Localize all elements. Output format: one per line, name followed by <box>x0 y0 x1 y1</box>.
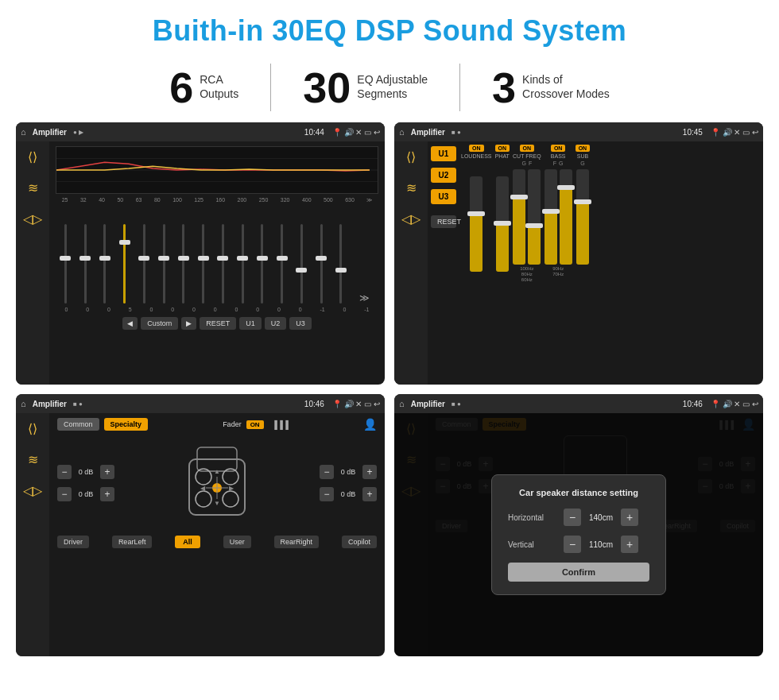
horizontal-plus-button[interactable]: + <box>621 509 638 526</box>
eq-values-row: 00050 00000 00-10-1 <box>56 307 378 312</box>
u2-select-button[interactable]: U2 <box>431 168 456 183</box>
screen2-time: 10:45 <box>683 128 703 137</box>
eq-graph <box>56 146 378 194</box>
eq-slider-11[interactable] <box>281 224 283 304</box>
rl-db-value: 0 dB <box>75 490 97 498</box>
user-button[interactable]: User <box>223 536 251 548</box>
rl-minus-button[interactable]: − <box>57 487 72 501</box>
eq-slider-1[interactable] <box>84 224 87 304</box>
rearright-button[interactable]: RearRight <box>274 536 320 548</box>
crossover-reset-button[interactable]: RESET <box>431 215 456 228</box>
fader-slider-visual[interactable]: ▐▐▐ <box>272 420 289 429</box>
stat-eq-number: 30 <box>303 66 351 109</box>
eq-slider-12[interactable] <box>300 224 303 304</box>
screen1-dots: ● ▶ <box>73 129 83 136</box>
u1-select-button[interactable]: U1 <box>431 146 456 161</box>
screen3-topbar: ⌂ Amplifier ■ ● 10:46 📍 🔊 ✕ ▭ ↩ <box>16 394 385 413</box>
speaker-icon-3[interactable]: ◁▷ <box>23 483 42 498</box>
vertical-row: Vertical − 110cm + <box>508 536 649 553</box>
fr-plus-button[interactable]: + <box>362 465 377 479</box>
eq-slider-7[interactable] <box>202 224 204 304</box>
common-button[interactable]: Common <box>57 418 99 431</box>
copilot-button[interactable]: Copilot <box>342 536 377 548</box>
cutfreq-on-badge: ON <box>520 145 535 152</box>
wave-icon-3[interactable]: ≋ <box>28 452 38 467</box>
eq-slider-9[interactable] <box>242 224 244 304</box>
svg-point-8 <box>196 491 211 507</box>
vertical-minus-button[interactable]: − <box>564 536 581 553</box>
db-row-fl: − 0 dB + <box>57 465 114 479</box>
specialty-button[interactable]: Specialty <box>104 418 149 431</box>
eq-slider-5[interactable] <box>163 224 165 304</box>
home-icon-2[interactable]: ⌂ <box>399 127 405 137</box>
loudness-on-badge: ON <box>469 145 484 152</box>
bass-label: BASS <box>551 153 566 159</box>
eq-icon[interactable]: ⟨⟩ <box>28 149 37 164</box>
screen4-dots: ■ ● <box>452 400 461 408</box>
eq-slider-3[interactable] <box>123 224 126 304</box>
dialog-overlay: Car speaker distance setting Horizontal … <box>394 413 763 656</box>
eq-reset-button[interactable]: RESET <box>200 317 236 330</box>
screen4-title: Amplifier <box>411 400 445 408</box>
home-icon-3[interactable]: ⌂ <box>21 399 26 408</box>
eq-slider-10[interactable] <box>261 224 263 304</box>
fr-minus-button[interactable]: − <box>320 465 334 479</box>
eq-prev-button[interactable]: ◀ <box>122 317 138 330</box>
eq-u1-button[interactable]: U1 <box>239 317 262 330</box>
driver-button[interactable]: Driver <box>57 536 89 548</box>
screen2-sidebar: ⟨⟩ ≋ ◁▷ <box>394 141 428 385</box>
all-button[interactable]: All <box>175 536 200 548</box>
speaker-icon[interactable]: ◁▷ <box>23 211 42 226</box>
bottom-buttons-row: Driver RearLeft All User RearRight Copil… <box>57 536 377 548</box>
eq-slider-4[interactable] <box>143 224 145 304</box>
screen3-dots: ■ ● <box>73 400 83 408</box>
fl-minus-button[interactable]: − <box>57 465 72 479</box>
eq-slider-2[interactable] <box>103 224 106 304</box>
dialog-title: Car speaker distance setting <box>508 488 649 497</box>
fader-top-row: Common Specialty Fader ON ▐▐▐ 👤 <box>57 418 377 431</box>
cutfreq-label: CUT FREQ <box>513 153 541 159</box>
fl-plus-button[interactable]: + <box>100 465 114 479</box>
home-icon-4[interactable]: ⌂ <box>399 399 405 408</box>
rr-minus-button[interactable]: − <box>320 487 334 501</box>
eq-custom-button[interactable]: Custom <box>141 317 178 330</box>
eq-area: 2532405063 80100125160200 25032040050063… <box>49 141 385 385</box>
eq-slider-extra[interactable]: ≫ <box>359 292 370 304</box>
eq-slider-8[interactable] <box>222 224 224 304</box>
screen3-sidebar: ⟨⟩ ≋ ◁▷ <box>16 413 49 656</box>
eq-slider-0[interactable] <box>64 224 67 304</box>
speaker-icon-2[interactable]: ◁▷ <box>401 211 421 226</box>
screen3-title: Amplifier <box>33 400 67 408</box>
u3-select-button[interactable]: U3 <box>431 189 456 204</box>
stat-rca-label: RCAOutputs <box>200 66 238 101</box>
phat-label: PHAT <box>495 153 510 159</box>
car-diagram: ▲ ▼ ◀ ▶ <box>173 435 261 531</box>
sub-on-badge: ON <box>576 145 591 152</box>
eq-play-button[interactable]: ▶ <box>181 317 196 330</box>
screen1-status-icons: 📍 🔊 ✕ ▭ ↩ <box>332 128 380 137</box>
eq-slider-6[interactable] <box>182 224 184 304</box>
rl-plus-button[interactable]: + <box>100 487 114 501</box>
fader-person-icon[interactable]: 👤 <box>363 418 377 431</box>
wave-icon[interactable]: ≋ <box>28 180 38 195</box>
eq-u2-button[interactable]: U2 <box>265 317 287 330</box>
rr-plus-button[interactable]: + <box>362 487 377 501</box>
rearleft-button[interactable]: RearLeft <box>112 536 153 548</box>
fader-area: Common Specialty Fader ON ▐▐▐ 👤 − 0 dB + <box>49 413 385 656</box>
wave-icon-2[interactable]: ≋ <box>406 180 417 195</box>
screen-crossover: ⌂ Amplifier ■ ● 10:45 📍 🔊 ✕ ▭ ↩ ⟨⟩ ≋ ◁▷ … <box>394 122 763 385</box>
stat-rca: 6 RCAOutputs <box>138 66 270 109</box>
eq-icon-3[interactable]: ⟨⟩ <box>28 421 37 436</box>
vertical-plus-button[interactable]: + <box>621 536 638 553</box>
home-icon[interactable]: ⌂ <box>21 127 26 137</box>
fader-on-badge: ON <box>246 420 264 429</box>
confirm-button[interactable]: Confirm <box>508 563 649 582</box>
horizontal-minus-button[interactable]: − <box>564 509 581 526</box>
eq-u3-button[interactable]: U3 <box>289 317 312 330</box>
svg-text:▲: ▲ <box>214 468 220 475</box>
screen2-title: Amplifier <box>411 128 445 137</box>
svg-text:▼: ▼ <box>214 500 220 507</box>
eq-slider-13[interactable] <box>320 224 323 304</box>
eq-slider-14[interactable] <box>339 224 342 304</box>
eq-icon-2[interactable]: ⟨⟩ <box>406 149 416 164</box>
